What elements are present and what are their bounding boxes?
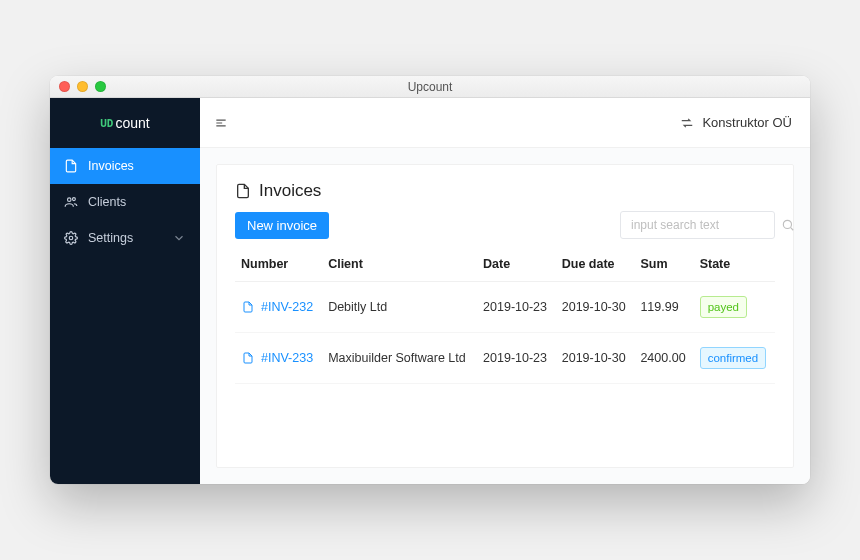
app-window: Upcount UD count Invoices Clients bbox=[50, 76, 810, 484]
logo-text: count bbox=[116, 115, 150, 131]
sum-cell: 119.99 bbox=[634, 282, 693, 333]
due-cell: 2019-10-30 bbox=[556, 333, 635, 384]
search-input[interactable] bbox=[631, 218, 781, 232]
sidebar-item-invoices[interactable]: Invoices bbox=[50, 148, 200, 184]
sidebar: UD count Invoices Clients Settings bbox=[50, 98, 200, 484]
window-controls bbox=[59, 81, 106, 92]
svg-point-1 bbox=[72, 198, 75, 201]
state-badge: payed bbox=[700, 296, 747, 318]
invoices-card: Invoices New invoice bbox=[216, 164, 794, 468]
invoice-number-cell: #INV-232 bbox=[241, 299, 316, 315]
due-cell: 2019-10-30 bbox=[556, 282, 635, 333]
org-switcher[interactable]: Konstruktor OÜ bbox=[680, 115, 792, 130]
file-icon bbox=[64, 159, 78, 173]
client-cell: Debitly Ltd bbox=[322, 282, 477, 333]
topbar: Konstruktor OÜ bbox=[200, 98, 810, 148]
close-window-button[interactable] bbox=[59, 81, 70, 92]
invoices-table: Number Client Date Due date Sum State #I… bbox=[235, 247, 775, 384]
table-row: #INV-233Maxibuilder Software Ltd2019-10-… bbox=[235, 333, 775, 384]
menu-toggle-icon[interactable] bbox=[214, 116, 228, 130]
app-logo: UD count bbox=[50, 98, 200, 148]
file-icon bbox=[235, 183, 251, 199]
main-area: Konstruktor OÜ Invoices New invoice bbox=[200, 98, 810, 484]
new-invoice-button[interactable]: New invoice bbox=[235, 212, 329, 239]
date-cell: 2019-10-23 bbox=[477, 333, 556, 384]
search-icon bbox=[781, 218, 795, 232]
state-badge: confirmed bbox=[700, 347, 767, 369]
page-title: Invoices bbox=[235, 181, 775, 201]
svg-line-7 bbox=[791, 228, 794, 231]
logo-mark: UD bbox=[100, 118, 113, 129]
chevron-down-icon bbox=[172, 231, 186, 245]
zoom-window-button[interactable] bbox=[95, 81, 106, 92]
sidebar-item-label: Settings bbox=[88, 231, 133, 245]
page-title-text: Invoices bbox=[259, 181, 321, 201]
col-sum: Sum bbox=[634, 247, 693, 282]
col-due: Due date bbox=[556, 247, 635, 282]
col-date: Date bbox=[477, 247, 556, 282]
col-number: Number bbox=[235, 247, 322, 282]
search-box[interactable] bbox=[620, 211, 775, 239]
sum-cell: 2400.00 bbox=[634, 333, 693, 384]
file-icon bbox=[241, 351, 255, 365]
titlebar: Upcount bbox=[50, 76, 810, 98]
sidebar-item-label: Invoices bbox=[88, 159, 134, 173]
team-icon bbox=[64, 195, 78, 209]
col-client: Client bbox=[322, 247, 477, 282]
swap-icon bbox=[680, 116, 694, 130]
invoice-link[interactable]: #INV-232 bbox=[261, 299, 313, 315]
org-label: Konstruktor OÜ bbox=[702, 115, 792, 130]
sidebar-item-label: Clients bbox=[88, 195, 126, 209]
invoice-link[interactable]: #INV-233 bbox=[261, 350, 313, 366]
sidebar-item-clients[interactable]: Clients bbox=[50, 184, 200, 220]
svg-point-0 bbox=[68, 198, 72, 202]
minimize-window-button[interactable] bbox=[77, 81, 88, 92]
svg-point-6 bbox=[783, 220, 791, 228]
invoice-number-cell: #INV-233 bbox=[241, 350, 316, 366]
file-icon bbox=[241, 300, 255, 314]
date-cell: 2019-10-23 bbox=[477, 282, 556, 333]
client-cell: Maxibuilder Software Ltd bbox=[322, 333, 477, 384]
table-row: #INV-232Debitly Ltd2019-10-232019-10-301… bbox=[235, 282, 775, 333]
gear-icon bbox=[64, 231, 78, 245]
svg-point-2 bbox=[69, 236, 73, 240]
table-header-row: Number Client Date Due date Sum State bbox=[235, 247, 775, 282]
window-title: Upcount bbox=[50, 80, 810, 94]
col-state: State bbox=[694, 247, 775, 282]
sidebar-item-settings[interactable]: Settings bbox=[50, 220, 200, 256]
